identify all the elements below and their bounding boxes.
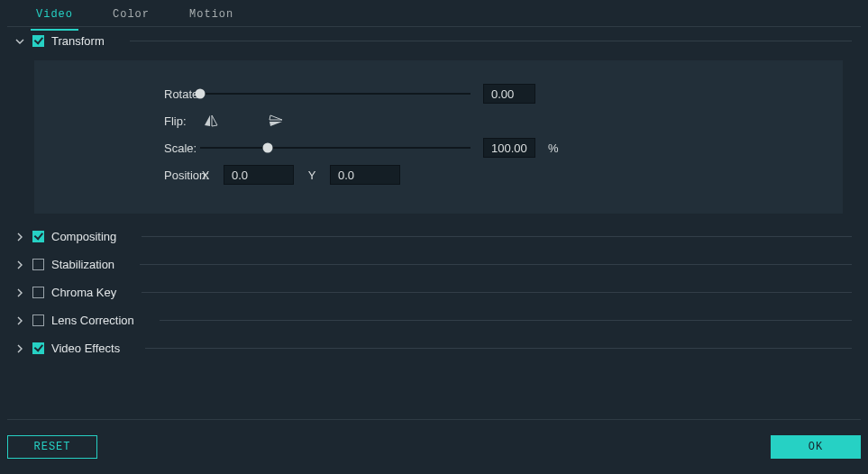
label-scale: Scale:	[56, 141, 200, 155]
chevron-down-icon[interactable]	[14, 36, 25, 47]
tab-bar: Video Color Motion	[7, 0, 861, 27]
section-title-lens-correction: Lens Correction	[51, 314, 134, 327]
chevron-right-icon[interactable]	[14, 287, 25, 298]
chevron-right-icon[interactable]	[14, 343, 25, 354]
label-flip: Flip:	[56, 114, 200, 128]
transform-panel: Rotate: Flip:	[34, 60, 843, 214]
checkbox-stabilization[interactable]	[32, 259, 44, 270]
footer: RESET OK	[7, 427, 861, 467]
section-header-video-effects: Video Effects	[7, 334, 861, 362]
reset-button[interactable]: RESET	[7, 435, 97, 459]
row-scale: Scale: %	[56, 134, 821, 161]
checkbox-transform[interactable]	[32, 35, 44, 47]
section-header-compositing: Compositing	[7, 223, 861, 251]
slider-thumb-scale[interactable]	[263, 143, 273, 153]
section-title-compositing: Compositing	[51, 230, 116, 243]
ok-button[interactable]: OK	[771, 435, 861, 459]
label-x: X	[200, 169, 211, 182]
chevron-right-icon[interactable]	[14, 232, 25, 242]
tab-video[interactable]: Video	[32, 6, 77, 27]
section-header-lens-correction: Lens Correction	[7, 306, 861, 334]
unit-percent: %	[548, 141, 559, 155]
slider-rotate[interactable]	[200, 87, 471, 100]
rule	[145, 348, 852, 349]
row-position: Position: X Y	[56, 161, 821, 188]
flip-vertical-icon[interactable]	[269, 114, 283, 128]
section-compositing: Compositing	[7, 223, 861, 251]
tab-motion[interactable]: Motion	[186, 6, 237, 27]
checkbox-lens-correction[interactable]	[32, 314, 44, 326]
slider-track	[200, 147, 471, 149]
section-title-transform: Transform	[51, 34, 105, 48]
slider-thumb-rotate[interactable]	[196, 89, 206, 99]
input-position-x[interactable]	[224, 165, 294, 185]
rule	[140, 264, 852, 265]
checkbox-compositing[interactable]	[32, 231, 44, 242]
label-y: Y	[306, 169, 317, 182]
rule	[142, 236, 852, 237]
slider-scale[interactable]	[200, 141, 471, 154]
label-rotate: Rotate:	[56, 87, 200, 101]
rule	[142, 292, 852, 293]
section-stabilization: Stabilization	[7, 251, 861, 278]
chevron-right-icon[interactable]	[14, 315, 25, 326]
rule	[160, 320, 852, 321]
chevron-right-icon[interactable]	[14, 260, 25, 270]
section-title-chroma-key: Chroma Key	[51, 286, 116, 299]
slider-track	[200, 93, 471, 95]
flip-horizontal-icon[interactable]	[204, 114, 218, 128]
video-effects-panel: Transform Rotate:	[7, 27, 861, 420]
row-rotate: Rotate:	[56, 80, 821, 107]
tab-color[interactable]: Color	[109, 6, 153, 27]
checkbox-chroma-key[interactable]	[32, 287, 44, 298]
input-position-y[interactable]	[330, 165, 400, 185]
section-title-stabilization: Stabilization	[51, 258, 114, 271]
rule	[130, 41, 852, 41]
section-video-effects: Video Effects	[7, 334, 861, 362]
section-header-chroma-key: Chroma Key	[7, 278, 861, 306]
section-transform: Transform Rotate:	[7, 27, 861, 214]
label-position: Position:	[56, 169, 200, 182]
checkbox-video-effects[interactable]	[32, 342, 44, 354]
section-title-video-effects: Video Effects	[51, 342, 120, 355]
section-header-transform: Transform	[7, 27, 861, 55]
section-chroma-key: Chroma Key	[7, 278, 861, 306]
input-scale[interactable]	[483, 138, 535, 158]
section-header-stabilization: Stabilization	[7, 251, 861, 278]
section-lens-correction: Lens Correction	[7, 306, 861, 334]
input-rotate[interactable]	[483, 84, 535, 104]
row-flip: Flip:	[56, 107, 821, 134]
